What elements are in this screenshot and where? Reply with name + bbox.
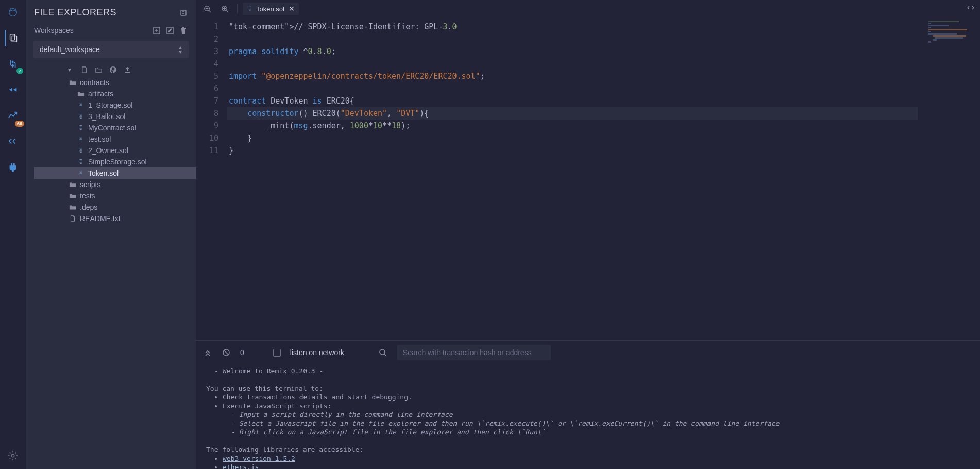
terminal-search-input[interactable] [397,345,551,360]
terminal-link[interactable]: web3 version 1.5.2 [223,455,295,462]
tree-item[interactable]: 1_Storage.sol [34,99,196,111]
tree-toggle-icon[interactable]: ▼ [67,67,72,73]
svg-rect-1 [10,34,15,40]
zoom-in-icon[interactable] [217,2,232,16]
zoom-out-icon[interactable] [200,2,214,16]
file-toolbar: ▼ [26,63,196,77]
fullscreen-icon[interactable] [967,4,975,14]
analysis-icon[interactable]: 66 [5,107,21,124]
tree-item-label: .deps [80,203,97,211]
select-chevrons-icon: ▴▾ [179,45,182,54]
tree-item-label: tests [80,192,95,200]
terminal-panel: 0 listen on network - Welcome to Remix 0… [196,340,980,469]
tree-item[interactable]: 2_Owner.sol [34,145,196,156]
tab-close-icon[interactable]: ✕ [288,5,295,13]
upload-icon[interactable] [124,65,132,74]
tab-row: Token.sol ✕ [196,0,980,18]
terminal-search-icon[interactable] [378,348,387,357]
tree-item[interactable]: scripts [34,179,196,190]
tree-item[interactable]: 3_Ballot.sol [34,111,196,122]
file-explorer-icon[interactable] [5,30,21,46]
left-iconbar: ✓ 66 [0,0,26,469]
line-gutter: 1234567891011 [196,21,227,340]
svg-rect-4 [181,10,186,15]
tree-item[interactable]: README.txt [34,213,196,224]
tree-item[interactable]: artifacts [34,88,196,99]
svg-rect-2 [12,36,16,42]
tree-item-label: MyContract.sol [88,124,136,132]
terminal-toolbar: 0 listen on network [196,341,980,364]
new-folder-icon[interactable] [95,65,103,74]
tree-item-label: test.sol [88,135,111,143]
svg-point-3 [11,454,14,457]
tree-item[interactable]: MyContract.sol [34,122,196,133]
compiler-icon[interactable]: ✓ [5,56,21,72]
delete-workspace-icon[interactable] [179,26,188,35]
tree-item-label: artifacts [88,90,113,98]
main-area: Token.sol ✕ 1234567891011 "tok-comment">… [196,0,980,469]
listen-label: listen on network [290,348,344,357]
svg-point-10 [380,349,385,355]
tree-item[interactable]: tests [34,190,196,202]
debugger-icon[interactable] [5,133,21,149]
file-tree: contracts artifacts1_Storage.sol3_Ballot… [26,77,196,224]
terminal-collapse-icon[interactable] [203,348,212,357]
settings-icon[interactable] [5,447,21,464]
minimap[interactable] [928,21,980,77]
tab-token-sol[interactable]: Token.sol ✕ [243,3,299,15]
github-icon[interactable] [109,65,117,74]
folder-label: contracts [80,78,109,87]
rename-workspace-icon[interactable] [166,26,174,35]
tree-item-label: SimpleStorage.sol [88,158,147,166]
remix-logo-icon[interactable] [5,4,21,21]
tree-item-label: README.txt [80,214,121,223]
analysis-badge: 66 [15,121,24,127]
pending-tx-count: 0 [240,348,244,357]
file-explorer-sidebar: FILE EXPLORERS Workspaces default_worksp… [26,0,196,469]
workspace-name: default_workspace [40,45,100,54]
code-content[interactable]: "tok-comment">// SPDX-License-Identifier… [227,21,980,340]
tree-item-label: scripts [80,180,100,189]
tree-item[interactable]: SimpleStorage.sol [34,156,196,167]
plugin-icon[interactable] [5,159,21,175]
link-icon[interactable] [179,9,188,17]
code-editor[interactable]: 1234567891011 "tok-comment">// SPDX-Lice… [196,18,980,340]
new-file-icon[interactable] [80,65,89,74]
workspaces-label: Workspaces [34,26,74,35]
terminal-clear-icon[interactable] [222,348,231,357]
tab-label: Token.sol [256,5,284,13]
listen-checkbox[interactable] [273,349,281,357]
tree-item-label: Token.sol [88,169,119,177]
terminal-link[interactable]: ethers.js [223,463,259,469]
tree-item[interactable]: Token.sol [34,167,196,179]
tree-item-label: 1_Storage.sol [88,101,132,109]
workspace-select[interactable]: default_workspace ▴▾ [33,41,189,58]
tree-item[interactable]: .deps [34,202,196,213]
deploy-icon[interactable] [5,81,21,98]
sidebar-title: FILE EXPLORERS [34,7,116,18]
svg-rect-6 [167,27,173,34]
tree-item-label: 3_Ballot.sol [88,112,125,121]
terminal-output[interactable]: - Welcome to Remix 0.20.3 - You can use … [196,364,980,469]
create-workspace-icon[interactable] [153,26,161,35]
tree-item[interactable]: test.sol [34,133,196,145]
folder-contracts[interactable]: contracts [34,77,196,88]
tree-item-label: 2_Owner.sol [88,146,128,155]
